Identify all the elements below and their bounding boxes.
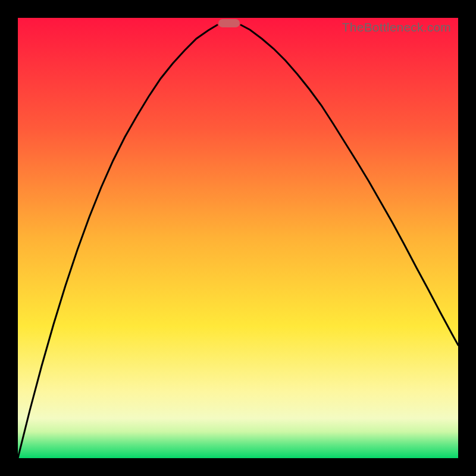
chart-frame: TheBottleneck.com	[0, 0, 476, 476]
right-curve	[241, 25, 458, 345]
left-curve	[18, 25, 217, 458]
curves-layer	[18, 18, 458, 458]
plot-area: TheBottleneck.com	[18, 18, 458, 458]
bottleneck-marker	[218, 19, 240, 27]
